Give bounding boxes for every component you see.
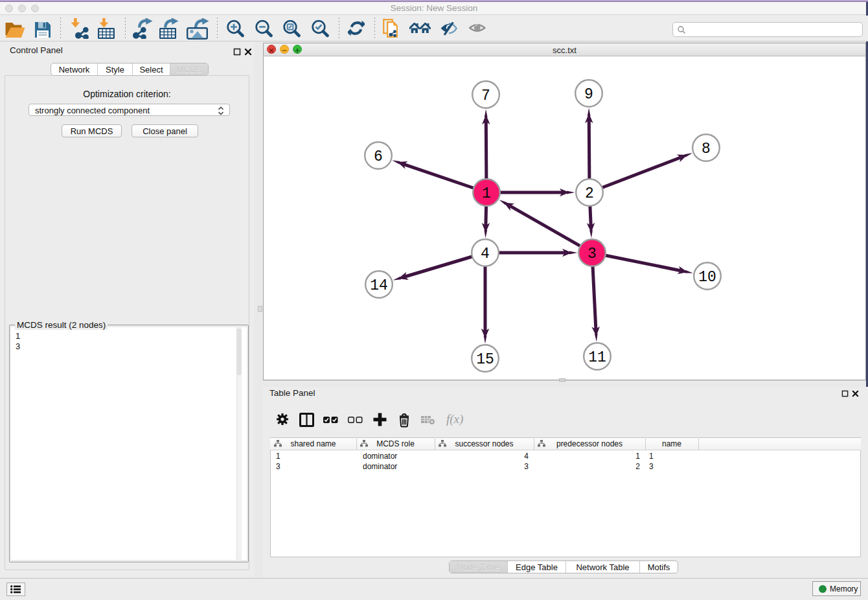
svg-text:7: 7 bbox=[481, 87, 490, 104]
svg-text:6: 6 bbox=[374, 148, 383, 165]
svg-text:3: 3 bbox=[588, 246, 597, 262]
svg-text:14: 14 bbox=[370, 277, 388, 294]
svg-text:10: 10 bbox=[698, 269, 716, 286]
svg-text:15: 15 bbox=[476, 351, 494, 368]
svg-text:4: 4 bbox=[481, 246, 490, 262]
svg-text:11: 11 bbox=[588, 349, 606, 366]
svg-text:9: 9 bbox=[584, 86, 593, 103]
svg-text:2: 2 bbox=[585, 185, 594, 202]
svg-text:8: 8 bbox=[702, 141, 711, 157]
svg-text:1: 1 bbox=[482, 185, 491, 202]
